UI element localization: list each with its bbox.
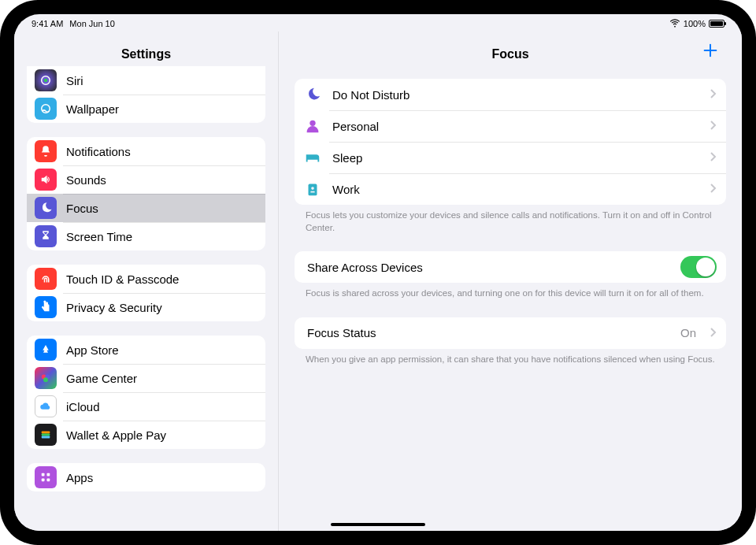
apps-grid-icon xyxy=(35,466,57,488)
focus-row-label: Work xyxy=(332,183,699,196)
focus-status-label: Focus Status xyxy=(307,326,669,339)
device-frame: 9:41 AM Mon Jun 10 100% Settings xyxy=(0,0,756,545)
chevron-right-icon xyxy=(710,87,717,102)
svg-rect-7 xyxy=(42,434,50,436)
speaker-icon xyxy=(35,169,57,191)
sidebar-item-apps[interactable]: Apps xyxy=(27,463,265,491)
moon-icon xyxy=(35,197,57,219)
sidebar-item-siri[interactable]: Siri xyxy=(27,66,265,95)
share-group: Share Across Devices xyxy=(295,251,726,283)
status-bar: 9:41 AM Mon Jun 10 100% xyxy=(14,14,742,32)
focus-status-footer: When you give an app permission, it can … xyxy=(295,349,726,366)
add-focus-button[interactable] xyxy=(698,38,723,63)
sidebar-group-security: Touch ID & Passcode Privacy & Security xyxy=(27,265,265,321)
hourglass-icon xyxy=(35,225,57,247)
sidebar-item-label: Sounds xyxy=(66,173,256,187)
svg-point-15 xyxy=(311,187,314,190)
detail-pane: Focus Do Not Disturb xyxy=(279,32,742,531)
svg-rect-8 xyxy=(42,436,50,439)
chevron-right-icon xyxy=(710,182,717,196)
svg-rect-16 xyxy=(310,191,315,193)
screen: 9:41 AM Mon Jun 10 100% Settings xyxy=(14,14,742,531)
battery-icon xyxy=(709,20,724,28)
svg-rect-9 xyxy=(42,473,45,476)
svg-point-13 xyxy=(309,120,315,126)
sidebar-item-label: Wallet & Apple Pay xyxy=(66,428,256,442)
sidebar-item-label: Wallpaper xyxy=(66,102,256,116)
sidebar-group-alerts: Notifications Sounds Focus xyxy=(27,137,265,250)
bed-icon xyxy=(304,149,321,166)
sidebar-item-label: Screen Time xyxy=(66,230,256,243)
sidebar-item-label: Privacy & Security xyxy=(66,301,256,314)
sidebar-item-wallpaper[interactable]: Wallpaper xyxy=(27,95,265,123)
fingerprint-icon xyxy=(35,268,57,290)
sidebar-group-store: App Store Game Center iClo xyxy=(27,336,265,449)
focus-status-value: On xyxy=(680,326,696,339)
sidebar-item-label: Notifications xyxy=(66,145,256,158)
sidebar-header: Settings xyxy=(14,32,278,66)
battery-pct: 100% xyxy=(684,19,706,28)
focus-row-work[interactable]: Work xyxy=(295,173,726,205)
bell-icon xyxy=(35,140,57,162)
focus-row-sleep[interactable]: Sleep xyxy=(295,142,726,173)
badge-icon xyxy=(304,180,321,198)
focus-row-personal[interactable]: Personal xyxy=(295,110,726,142)
sidebar-item-notifications[interactable]: Notifications xyxy=(27,137,265,165)
cloud-icon xyxy=(35,395,57,417)
focus-status-group: Focus Status On xyxy=(295,317,726,349)
appstore-icon xyxy=(35,339,57,361)
settings-sidebar: Settings Siri xyxy=(14,32,279,531)
sidebar-title: Settings xyxy=(121,47,171,61)
focus-row-label: Personal xyxy=(332,120,699,133)
sidebar-item-privacy[interactable]: Privacy & Security xyxy=(27,293,265,321)
hand-icon xyxy=(35,296,57,318)
sidebar-item-appstore[interactable]: App Store xyxy=(27,336,265,364)
sidebar-item-label: iCloud xyxy=(66,400,256,413)
sidebar-item-sounds[interactable]: Sounds xyxy=(27,165,265,194)
home-indicator xyxy=(331,523,425,526)
share-footer: Focus is shared across your devices, and… xyxy=(295,283,726,300)
chevron-right-icon xyxy=(710,326,717,340)
svg-rect-10 xyxy=(47,473,50,476)
wifi-icon xyxy=(669,17,680,30)
sidebar-item-gamecenter[interactable]: Game Center xyxy=(27,364,265,392)
sidebar-item-label: Apps xyxy=(66,471,256,484)
sidebar-item-wallet[interactable]: Wallet & Apple Pay xyxy=(27,421,265,449)
svg-rect-6 xyxy=(42,432,50,434)
sidebar-group-top: Siri Wallpaper xyxy=(27,66,265,123)
moon-icon xyxy=(304,86,321,103)
sidebar-item-icloud[interactable]: iCloud xyxy=(27,392,265,421)
svg-rect-12 xyxy=(47,479,50,482)
focus-row-label: Sleep xyxy=(332,151,699,165)
detail-title: Focus xyxy=(491,47,528,61)
svg-point-1 xyxy=(44,79,48,83)
share-across-devices-row[interactable]: Share Across Devices xyxy=(295,251,726,283)
sidebar-item-label: App Store xyxy=(66,343,256,357)
sidebar-item-label: Siri xyxy=(66,74,256,87)
sidebar-item-label: Game Center xyxy=(66,372,256,385)
svg-point-5 xyxy=(43,377,48,382)
focus-status-row[interactable]: Focus Status On xyxy=(295,317,726,349)
wallet-icon xyxy=(35,424,57,446)
sidebar-item-focus[interactable]: Focus xyxy=(27,194,265,222)
focus-row-label: Do Not Disturb xyxy=(332,88,699,102)
focus-modes-group: Do Not Disturb Personal xyxy=(295,79,726,205)
focus-modes-footer: Focus lets you customize your devices an… xyxy=(295,205,726,234)
chevron-right-icon xyxy=(710,150,717,165)
status-date: Mon Jun 10 xyxy=(69,19,114,28)
focus-row-dnd[interactable]: Do Not Disturb xyxy=(295,79,726,110)
plus-icon xyxy=(702,42,719,59)
wallpaper-icon xyxy=(35,98,57,120)
sidebar-item-label: Touch ID & Passcode xyxy=(66,272,256,286)
sidebar-group-apps: Apps xyxy=(27,463,265,491)
gamecenter-icon xyxy=(35,367,57,389)
sidebar-item-touchid[interactable]: Touch ID & Passcode xyxy=(27,265,265,293)
status-time: 9:41 AM xyxy=(32,19,63,28)
person-icon xyxy=(304,117,321,135)
share-label: Share Across Devices xyxy=(307,261,669,274)
sidebar-item-screen-time[interactable]: Screen Time xyxy=(27,222,265,250)
sidebar-item-label: Focus xyxy=(66,202,256,215)
share-toggle[interactable] xyxy=(680,256,717,278)
chevron-right-icon xyxy=(710,119,717,133)
detail-header: Focus xyxy=(295,32,726,66)
